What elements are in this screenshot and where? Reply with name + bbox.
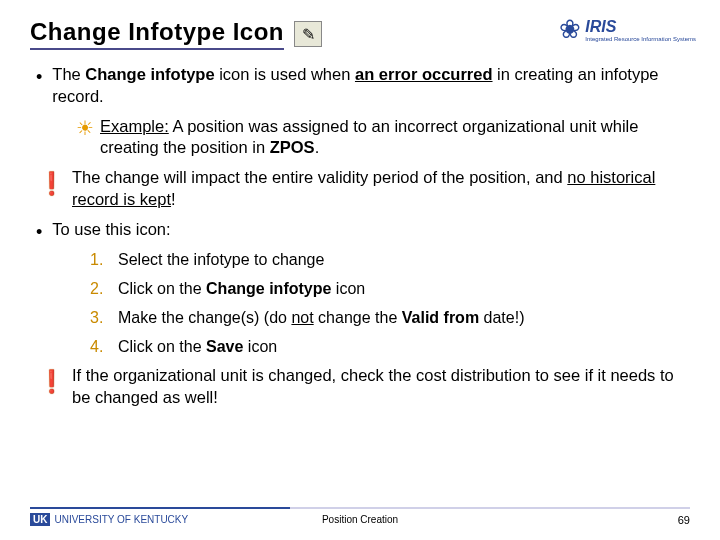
step-num: 3.	[90, 307, 108, 328]
bullet-dot-icon: •	[36, 64, 42, 108]
b1-text-mid: icon is used when	[215, 65, 355, 83]
exclamation-icon: ❗	[38, 167, 64, 198]
example-text: A position was assigned to an incorrect …	[100, 117, 638, 157]
s4a: Click on the	[118, 338, 206, 355]
s3b: change the	[314, 309, 402, 326]
step-num: 4.	[90, 336, 108, 357]
warn1-b: !	[171, 190, 176, 208]
uk-box-icon: UK	[30, 513, 50, 526]
bullet-2: • To use this icon:	[36, 219, 690, 241]
footer-divider	[30, 507, 690, 509]
warning-2: ❗ If the organizational unit is changed,…	[38, 365, 690, 409]
s2a: Click on the	[118, 280, 206, 297]
bullet-dot-icon: •	[36, 219, 42, 241]
step-num: 1.	[90, 249, 108, 270]
step-num: 2.	[90, 278, 108, 299]
uk-logo: UK UNIVERSITY OF KENTUCKY	[30, 513, 188, 526]
warning-1: ❗ The change will impact the entire vali…	[38, 167, 690, 211]
example-end: .	[315, 138, 320, 156]
iris-sublabel: Integrated Resource Information Systems	[585, 36, 696, 42]
b2-text: To use this icon:	[52, 219, 170, 241]
step-1-text: Select the infotype to change	[118, 249, 324, 270]
example-bold: ZPOS	[270, 138, 315, 156]
s3u: not	[291, 309, 313, 326]
page-number: 69	[678, 514, 690, 526]
page-title: Change Infotype Icon	[30, 18, 284, 50]
content-area: • The Change infotype icon is used when …	[30, 64, 690, 409]
warn2-text: If the organizational unit is changed, c…	[72, 365, 690, 409]
iris-label: IRIS	[585, 18, 696, 36]
footer-center: Position Creation	[322, 514, 398, 525]
b1-underline: an error occurred	[355, 65, 493, 83]
sunburst-icon: ☀	[76, 116, 94, 160]
example-row: ☀ Example: A position was assigned to an…	[76, 116, 690, 160]
bullet-1: • The Change infotype icon is used when …	[36, 64, 690, 108]
s4c: icon	[243, 338, 277, 355]
s2c: icon	[331, 280, 365, 297]
warn1-a: The change will impact the entire validi…	[72, 168, 567, 186]
s3bold: Valid from	[402, 309, 479, 326]
b1-text-pre: The	[52, 65, 85, 83]
iris-logo: ❀ IRIS Integrated Resource Information S…	[559, 14, 696, 45]
step-3: 3.Make the change(s) (do not change the …	[90, 307, 690, 328]
s4b: Save	[206, 338, 243, 355]
s2b: Change infotype	[206, 280, 331, 297]
step-1: 1.Select the infotype to change	[90, 249, 690, 270]
exclamation-icon: ❗	[38, 365, 64, 396]
step-2: 2.Click on the Change infotype icon	[90, 278, 690, 299]
pencil-icon: ✎	[294, 21, 322, 47]
iris-flower-icon: ❀	[559, 14, 581, 45]
b1-bold: Change infotype	[85, 65, 214, 83]
uk-text: UNIVERSITY OF KENTUCKY	[54, 514, 188, 525]
step-4: 4.Click on the Save icon	[90, 336, 690, 357]
s3c: date!)	[479, 309, 524, 326]
example-label: Example:	[100, 117, 169, 135]
footer: UK UNIVERSITY OF KENTUCKY Position Creat…	[0, 507, 720, 526]
ordered-steps: 1.Select the infotype to change 2.Click …	[90, 249, 690, 357]
s3a: Make the change(s) (do	[118, 309, 291, 326]
